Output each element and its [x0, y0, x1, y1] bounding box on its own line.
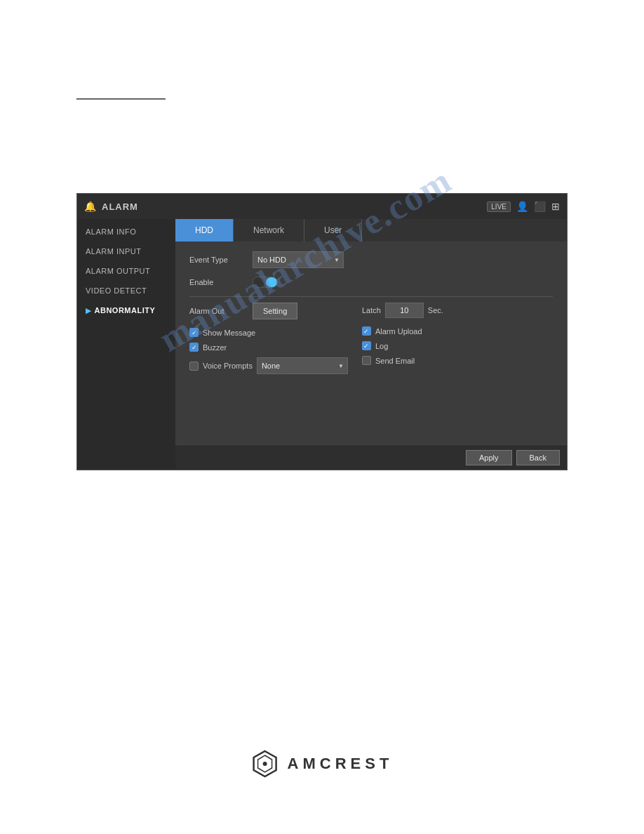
main-content: HDD Network User Event Type No HDD	[175, 219, 567, 470]
event-type-select[interactable]: No HDD HDD Error HDD No Space	[253, 251, 344, 268]
top-link-text: ___________________	[76, 90, 166, 100]
event-type-label: Event Type	[189, 256, 246, 264]
back-button[interactable]: Back	[516, 450, 560, 465]
buzzer-row: Buzzer	[189, 343, 348, 352]
window-title: ALARM	[102, 201, 138, 212]
voice-prompts-select-wrapper[interactable]: None	[257, 357, 348, 374]
apply-button[interactable]: Apply	[466, 450, 512, 465]
toggle-left	[253, 277, 264, 287]
alarm-upload-label: Alarm Upload	[375, 327, 422, 336]
latch-row: Latch Sec.	[362, 303, 502, 318]
grid-icon[interactable]: ⊞	[551, 201, 560, 212]
sidebar-item-alarm-info[interactable]: ALARM INFO	[77, 222, 175, 241]
sidebar-item-abnormality[interactable]: ▶ ABNORMALITY	[77, 300, 175, 320]
voice-prompts-checkbox[interactable]	[189, 362, 199, 371]
enable-label: Enable	[189, 278, 246, 286]
separator	[189, 296, 553, 297]
sidebar-item-video-detect[interactable]: VIDEO DETECT	[77, 281, 175, 300]
latch-label: Latch	[362, 306, 381, 315]
voice-prompts-label: Voice Prompts	[203, 362, 253, 370]
event-type-select-wrapper[interactable]: No HDD HDD Error HDD No Space	[253, 251, 344, 268]
enable-row: Enable	[189, 277, 553, 288]
toggle-knob	[266, 277, 277, 287]
setting-button[interactable]: Setting	[253, 303, 297, 319]
body-area: ALARM INFO ALARM INPUT ALARM OUTPUT VIDE…	[77, 219, 567, 470]
send-email-checkbox[interactable]	[362, 356, 371, 365]
alarm-right: Latch Sec. Alarm Upload Log	[362, 303, 502, 371]
tabs: HDD Network User	[175, 219, 567, 241]
log-label: Log	[375, 342, 388, 350]
sidebar: ALARM INFO ALARM INPUT ALARM OUTPUT VIDE…	[77, 219, 175, 470]
send-email-row: Send Email	[362, 356, 502, 365]
buzzer-label: Buzzer	[203, 343, 227, 352]
enable-toggle[interactable]	[253, 277, 278, 288]
show-message-label: Show Message	[203, 329, 255, 337]
alarm-left: Alarm Out Setting Show Message Buzzer	[189, 303, 348, 380]
logo-text: AMCREST	[288, 755, 394, 773]
arrow-icon: ▶	[86, 307, 92, 315]
log-checkbox[interactable]	[362, 341, 371, 350]
content-area: Event Type No HDD HDD Error HDD No Space…	[175, 241, 567, 444]
alarm-upload-row: Alarm Upload	[362, 326, 502, 336]
alarm-info-label: ALARM INFO	[86, 227, 136, 236]
tab-user[interactable]: User	[304, 219, 362, 241]
top-link[interactable]: ___________________	[76, 90, 166, 100]
show-message-row: Show Message	[189, 328, 348, 337]
footer-bar: Apply Back	[175, 444, 567, 470]
voice-prompts-row: Voice Prompts None	[189, 357, 348, 374]
ui-window: 🔔 ALARM LIVE 👤 ⬛ ⊞ ALARM INFO ALARM INPU…	[76, 193, 568, 470]
header-right: LIVE 👤 ⬛ ⊞	[487, 201, 560, 212]
log-row: Log	[362, 341, 502, 350]
logo-hexagon-icon	[251, 750, 279, 778]
sidebar-item-alarm-input[interactable]: ALARM INPUT	[77, 241, 175, 261]
alarm-row: Alarm Out Setting Show Message Buzzer	[189, 303, 553, 380]
voice-prompts-select[interactable]: None	[257, 357, 348, 374]
tab-network[interactable]: Network	[234, 219, 304, 241]
event-type-row: Event Type No HDD HDD Error HDD No Space	[189, 251, 553, 268]
sec-label: Sec.	[428, 306, 443, 315]
tab-hdd[interactable]: HDD	[175, 219, 234, 241]
sidebar-item-alarm-output[interactable]: ALARM OUTPUT	[77, 261, 175, 281]
user-icon[interactable]: 👤	[516, 201, 528, 212]
video-detect-label: VIDEO DETECT	[86, 286, 147, 295]
header-bar: 🔔 ALARM LIVE 👤 ⬛ ⊞	[77, 194, 567, 219]
live-badge: LIVE	[487, 201, 511, 212]
send-email-label: Send Email	[375, 357, 415, 365]
alarm-input-label: ALARM INPUT	[86, 247, 141, 256]
alarm-out-row: Alarm Out Setting	[189, 303, 348, 319]
header-left: 🔔 ALARM	[84, 201, 138, 212]
alarm-output-label: ALARM OUTPUT	[86, 267, 150, 275]
layout-icon[interactable]: ⬛	[534, 201, 546, 212]
logo-container: AMCREST	[251, 750, 394, 778]
abnormality-label: ABNORMALITY	[95, 306, 156, 315]
alarm-upload-checkbox[interactable]	[362, 326, 371, 336]
alarm-icon: 🔔	[84, 201, 96, 212]
latch-input[interactable]	[385, 303, 424, 318]
alarm-out-label: Alarm Out	[189, 307, 246, 315]
show-message-checkbox[interactable]	[189, 328, 199, 337]
buzzer-checkbox[interactable]	[189, 343, 199, 352]
svg-point-2	[263, 762, 267, 766]
